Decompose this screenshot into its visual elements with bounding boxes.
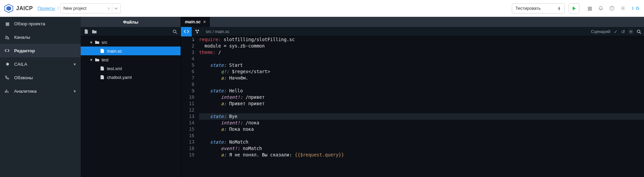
code-mode-button[interactable] <box>181 27 192 36</box>
chevron-down-icon[interactable] <box>114 7 118 10</box>
folder-icon <box>95 58 100 62</box>
file-chatbot-yaml[interactable]: chatbot.yaml <box>81 73 181 82</box>
folder-src[interactable]: ▾ src <box>81 38 181 47</box>
file-main-sc[interactable]: main.sc <box>81 47 181 55</box>
sidebar-item-overview[interactable]: ▦ Обзор проекта <box>0 17 81 30</box>
sidebar-item-calls[interactable]: Обзвоны <box>0 71 81 84</box>
breadcrumb-slash: / <box>58 6 59 11</box>
code-line[interactable]: a: Я не понял. Вы сказали: {{$request.qu… <box>199 152 644 158</box>
brand-icon <box>4 4 13 13</box>
test-dropdown[interactable]: Тестировать ▲▼ <box>512 3 565 13</box>
sidebar-item-label: Редактор <box>14 48 35 53</box>
breadcrumb: Проекты / <box>38 6 59 11</box>
svg-point-10 <box>630 31 632 32</box>
sidebar-item-label: CAILA <box>14 62 27 67</box>
file-test-xml[interactable]: test.xml <box>81 64 181 73</box>
sidebar: ▦ Обзор проекта Каналы Редактор ✱ CAILA … <box>0 17 81 177</box>
code-line[interactable]: require: slotfilling/slotFilling.sc <box>199 36 644 43</box>
code-line[interactable]: state: Bye <box>199 113 644 120</box>
undo-icon[interactable]: ↺ <box>621 29 625 34</box>
settings-icon[interactable] <box>620 6 626 11</box>
file-tree: ▾ src main.sc ▾ test test.xml <box>81 36 181 83</box>
tab-bar: main.sc × <box>181 17 644 27</box>
gutter-line: 3 <box>181 49 194 56</box>
gear-icon[interactable] <box>629 29 633 34</box>
new-folder-icon[interactable] <box>92 29 97 34</box>
code-line[interactable]: a: Привет привет <box>199 100 644 107</box>
tab-label: main.sc <box>185 20 201 24</box>
play-button[interactable] <box>569 3 579 13</box>
gutter-line: 19 <box>181 152 194 158</box>
code-line[interactable] <box>199 107 644 113</box>
code-line[interactable]: state: Start <box>199 62 644 68</box>
sidebar-item-label: Обзор проекта <box>14 21 45 26</box>
svg-point-6 <box>173 30 176 33</box>
sidebar-item-editor[interactable]: Редактор <box>0 44 81 57</box>
chevron-down-icon: ▾ <box>74 89 76 94</box>
chart-icon <box>5 89 10 93</box>
svg-point-5 <box>5 38 6 39</box>
graph-mode-button[interactable] <box>192 27 202 36</box>
gutter-line: 10 <box>181 94 194 100</box>
projects-link[interactable]: Проекты <box>38 6 55 11</box>
svg-point-4 <box>622 8 623 9</box>
editor-subbar: src / main.sc Сценарий ✓ ↺ <box>181 27 644 36</box>
grid-icon: ▦ <box>5 21 10 26</box>
tree-label: chatbot.yaml <box>107 75 132 80</box>
project-select[interactable]: New project × <box>60 3 121 13</box>
close-tab-icon[interactable]: × <box>203 20 206 24</box>
new-file-icon[interactable] <box>84 29 88 34</box>
file-panel-title: Файлы <box>81 17 181 27</box>
code-line[interactable]: event!: noMatch <box>199 145 644 152</box>
sort-icon: ▲▼ <box>558 6 561 10</box>
clear-project-icon[interactable]: × <box>107 6 110 11</box>
app-header: JAICP Проекты / New project × Тестироват… <box>0 0 644 17</box>
brand-logo[interactable]: JAICP <box>4 4 33 13</box>
file-icon <box>100 66 105 71</box>
gutter-line: 2 <box>181 43 194 49</box>
search-in-file-icon[interactable] <box>637 29 641 34</box>
code-line[interactable]: q!: $regex</start> <box>199 68 644 75</box>
sidebar-item-caila[interactable]: ✱ CAILA ▾ <box>0 57 81 71</box>
code-line[interactable]: a: Пока пока <box>199 126 644 132</box>
gutter-line: 12 <box>181 107 194 113</box>
sidebar-item-channels[interactable]: Каналы <box>0 30 81 44</box>
rss-icon <box>5 35 10 39</box>
gutter-line: 7 <box>181 75 194 81</box>
search-icon[interactable] <box>173 29 177 34</box>
code-line[interactable]: state: NoMatch <box>199 139 644 145</box>
gutter-line: 11 <box>181 100 194 107</box>
code-line[interactable]: theme: / <box>199 49 644 56</box>
folder-test[interactable]: ▾ test <box>81 55 181 64</box>
code-line[interactable]: a: Начнём. <box>199 75 644 81</box>
play-icon <box>572 6 576 11</box>
atom-icon: ✱ <box>5 62 10 67</box>
tree-label: src <box>102 40 107 45</box>
file-path: src / main.sc <box>206 29 229 34</box>
sidebar-item-label: Обзвоны <box>14 75 33 80</box>
code-icon <box>184 29 189 34</box>
code-line[interactable]: state: Hello <box>199 88 644 94</box>
code-line[interactable]: intent!: /привет <box>199 94 644 100</box>
check-icon[interactable]: ✓ <box>614 29 618 34</box>
code-line[interactable] <box>199 132 644 139</box>
user-avatar[interactable]: I G <box>632 6 640 11</box>
code-line[interactable]: module = sys.zb-common <box>199 43 644 49</box>
scenario-label[interactable]: Сценарий <box>591 29 610 34</box>
code-line[interactable] <box>199 81 644 88</box>
folder-icon <box>95 40 100 44</box>
editor-tab[interactable]: main.sc × <box>181 17 210 27</box>
svg-text:?: ? <box>611 6 613 10</box>
bell-icon[interactable] <box>598 6 603 11</box>
code-icon <box>5 48 10 53</box>
code-line[interactable] <box>199 56 644 62</box>
help-icon[interactable]: ? <box>609 6 614 11</box>
twisty-open-icon: ▾ <box>89 40 93 45</box>
code-editor[interactable]: 1▾2345▾6789▾10111213▾14151617▾1819 requi… <box>181 36 644 177</box>
sidebar-item-analytics[interactable]: Аналитика ▾ <box>0 84 81 98</box>
gutter-line: 6 <box>181 68 194 75</box>
sidebar-item-label: Аналитика <box>14 89 37 94</box>
code-line[interactable]: intent!: /пока <box>199 120 644 126</box>
news-icon[interactable]: ▦ <box>588 5 592 11</box>
phone-icon <box>5 75 10 80</box>
